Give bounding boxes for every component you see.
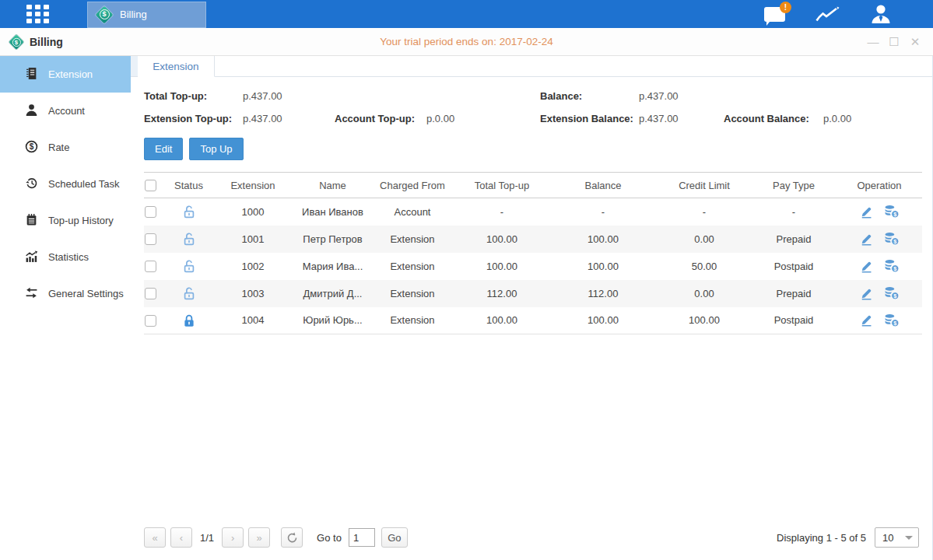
topup-icon[interactable]: $ xyxy=(884,286,900,300)
summary-balance: Balance:p.437.00 xyxy=(540,90,724,102)
cell-credit-limit: - xyxy=(658,198,751,226)
unlocked-icon xyxy=(182,232,196,243)
sidebar-item-label: Statistics xyxy=(48,251,89,263)
rate-icon: $ xyxy=(25,140,38,156)
cell-name: Иван Иванов xyxy=(296,198,370,226)
tab-extension[interactable]: Extension xyxy=(138,56,215,77)
cell-extension: 1000 xyxy=(210,198,296,226)
cell-pay-type: - xyxy=(751,198,837,226)
sidebar-item-label: Top-up History xyxy=(48,215,114,226)
column-header-status: Status xyxy=(167,173,210,198)
cell-name: Юрий Юрь... xyxy=(296,307,370,334)
column-header-extension: Extension xyxy=(210,173,296,198)
topup-icon[interactable]: $ xyxy=(884,313,900,327)
edit-icon[interactable] xyxy=(860,205,873,219)
sidebar-item-account[interactable]: Account xyxy=(0,93,131,129)
table-row: 1004Юрий Юрь...Extension100.00100.00100.… xyxy=(144,307,922,334)
column-header-credit-limit: Credit Limit xyxy=(658,173,751,198)
topup-icon[interactable]: $ xyxy=(884,259,900,273)
topup-icon[interactable]: $ xyxy=(884,232,900,246)
topbar-tab-billing[interactable]: $ Billing xyxy=(87,2,206,28)
first-page-button[interactable]: « xyxy=(144,527,166,548)
column-header-pay-type: Pay Type xyxy=(751,173,837,198)
row-checkbox[interactable] xyxy=(145,288,156,299)
cell-pay-type: Postpaid xyxy=(751,253,837,280)
cell-operation: $ xyxy=(837,198,922,226)
last-page-button[interactable]: » xyxy=(248,527,270,548)
column-header-charged-from: Charged From xyxy=(370,173,455,198)
prev-page-button[interactable]: ‹ xyxy=(170,527,192,548)
cell-status xyxy=(167,226,210,253)
column-header-name: Name xyxy=(296,173,370,198)
cell-operation: $ xyxy=(837,280,922,307)
messages-icon[interactable]: ! xyxy=(764,7,785,22)
sidebar-item-scheduled-task[interactable]: Scheduled Task xyxy=(0,166,131,202)
sidebar-item-top-up-history[interactable]: Top-up History xyxy=(0,202,131,239)
cell-charged-from: Account xyxy=(370,198,455,226)
cell-name: Петр Петров xyxy=(296,226,370,253)
close-icon[interactable]: ✕ xyxy=(908,35,922,49)
cell-balance: - xyxy=(549,198,658,226)
user-icon[interactable] xyxy=(869,4,893,24)
refresh-icon[interactable] xyxy=(281,527,303,548)
notification-badge: ! xyxy=(780,2,791,13)
displaying-text: Displaying 1 - 5 of 5 xyxy=(777,532,866,544)
account-icon xyxy=(25,103,38,119)
maximize-icon[interactable]: ☐ xyxy=(887,35,901,49)
column-header-total-top-up: Total Top-up xyxy=(455,173,549,198)
window-titlebar: $ Billing Your trial period ends on: 201… xyxy=(0,28,933,56)
sidebar-item-statistics[interactable]: Statistics xyxy=(0,239,131,275)
go-button[interactable]: Go xyxy=(381,527,408,548)
top-up-button[interactable]: Top Up xyxy=(189,138,243,160)
row-checkbox[interactable] xyxy=(145,261,156,272)
cell-status xyxy=(167,307,210,334)
svg-text:$: $ xyxy=(893,238,896,245)
goto-page-input[interactable] xyxy=(349,528,375,547)
sidebar-item-general-settings[interactable]: General Settings xyxy=(0,275,131,312)
cell-charged-from: Extension xyxy=(370,226,455,253)
cell-operation: $ xyxy=(837,253,922,280)
summary-account-topup: Account Top-up:p.0.00 xyxy=(335,113,540,124)
cell-total-topup: 100.00 xyxy=(455,253,549,280)
svg-text:$: $ xyxy=(30,142,34,151)
svg-text:$: $ xyxy=(893,211,896,218)
edit-icon[interactable] xyxy=(860,232,873,245)
next-page-button[interactable]: › xyxy=(222,527,244,548)
extension-icon xyxy=(25,67,38,82)
unlocked-icon xyxy=(182,259,196,271)
page-indicator: 1/1 xyxy=(200,532,214,544)
cell-balance: 112.00 xyxy=(549,280,658,307)
topup-icon[interactable]: $ xyxy=(884,205,900,219)
tabbar: Extension xyxy=(131,56,932,77)
tab-lead xyxy=(131,56,138,76)
cell-balance: 100.00 xyxy=(549,307,658,334)
minimize-icon[interactable]: — xyxy=(866,35,880,49)
cell-balance: 100.00 xyxy=(549,253,658,280)
app-grid-icon[interactable] xyxy=(26,5,54,23)
cell-extension: 1002 xyxy=(210,253,296,280)
sidebar-item-label: Extension xyxy=(48,68,93,80)
page-size-value: 10 xyxy=(882,532,893,544)
unlocked-icon xyxy=(182,205,196,217)
cell-charged-from: Extension xyxy=(370,307,455,334)
row-checkbox[interactable] xyxy=(145,315,156,327)
row-checkbox[interactable] xyxy=(145,233,156,245)
cell-pay-type: Prepaid xyxy=(751,280,837,307)
sidebar-item-extension[interactable]: Extension xyxy=(0,56,131,93)
cell-pay-type: Postpaid xyxy=(751,307,837,334)
cell-credit-limit: 0.00 xyxy=(658,226,751,253)
edit-button[interactable]: Edit xyxy=(144,138,183,160)
edit-icon[interactable] xyxy=(860,259,873,272)
page-size-select[interactable]: 10 xyxy=(875,527,919,548)
summary-panel: Total Top-up:p.437.00 Balance:p.437.00 E… xyxy=(144,90,932,124)
edit-icon[interactable] xyxy=(860,286,873,299)
caret-down-icon xyxy=(905,536,913,544)
row-checkbox[interactable] xyxy=(145,206,156,218)
cell-status xyxy=(167,253,210,280)
cell-extension: 1003 xyxy=(210,280,296,307)
edit-icon[interactable] xyxy=(860,313,873,327)
select-all-checkbox[interactable] xyxy=(145,180,156,191)
sidebar-item-rate[interactable]: $Rate xyxy=(0,129,131,166)
monitor-chart-icon[interactable] xyxy=(815,5,840,23)
trial-notice: Your trial period ends on: 2017-02-24 xyxy=(0,36,933,47)
